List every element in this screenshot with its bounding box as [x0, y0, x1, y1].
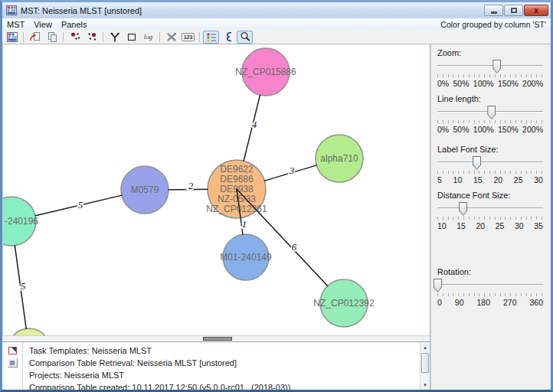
close-button[interactable]: x — [524, 5, 548, 16]
slider-tick-labels: 51015202530 — [437, 175, 543, 185]
log-panel: Task Templates: Neisseria MLST▦Compariso… — [2, 341, 430, 390]
menubar: MST View Panels Color grouped by column … — [2, 18, 551, 30]
deselect-node-icon[interactable] — [83, 31, 100, 44]
maximize-button[interactable] — [504, 5, 523, 16]
node-label: NZ_CP012392 — [313, 298, 375, 309]
mst-window: MST: Neisseria MLST [unstored] x MST Vie… — [0, 0, 553, 392]
tick-label: 30 — [515, 221, 524, 230]
toolbar-separator — [159, 32, 160, 42]
tick-label: 100% — [473, 79, 494, 88]
menu-view[interactable]: View — [34, 20, 52, 29]
mst-graph[interactable]: NZ_CP015886alpha710DE9622DE9686DE9938NZ-… — [3, 44, 430, 335]
slider-group: Rotation:090180270360 — [437, 267, 543, 307]
tick-label: 200% — [522, 125, 543, 134]
toolbar: log 123 — [2, 30, 551, 44]
main-area: NZ_CP015886alpha710DE9622DE9686DE9938NZ-… — [2, 44, 551, 390]
selection-rectangle-icon[interactable] — [123, 31, 139, 44]
recalculate-icon[interactable] — [163, 31, 179, 44]
numbers-icon[interactable]: 123 — [180, 31, 196, 44]
slider-tick-labels: 090180270360 — [437, 298, 543, 307]
tick-label: 180 — [476, 298, 490, 307]
slider-thumb[interactable] — [459, 202, 467, 216]
slider-thumb[interactable] — [434, 279, 442, 292]
slider[interactable] — [437, 202, 543, 216]
tick-label: 0 — [437, 298, 442, 307]
export-icon[interactable] — [27, 31, 43, 44]
slider-thumb[interactable] — [492, 60, 501, 74]
tick-label: 150% — [498, 125, 519, 134]
slider-ticks — [437, 120, 543, 123]
toolbar-separator — [199, 32, 200, 42]
tick-label: 25 — [514, 175, 523, 185]
toolbar-separator — [103, 32, 103, 42]
edge-distance-label: 5 — [21, 280, 26, 292]
slider-label: Zoom: — [437, 48, 543, 57]
slider-thumb[interactable] — [487, 106, 496, 119]
zoom-panel-icon[interactable] — [237, 31, 253, 44]
tick-label: 15 — [456, 221, 466, 230]
node-label: M01-240149 — [220, 252, 272, 263]
menu-mst[interactable]: MST — [7, 20, 25, 29]
log-row: Projects: Neisseria MLST — [2, 369, 430, 381]
branch-icon[interactable] — [106, 31, 123, 44]
entries-panel-icon[interactable] — [220, 31, 236, 44]
tick-label: 0% — [437, 79, 449, 88]
scrollbar-thumb[interactable] — [203, 337, 232, 341]
slider[interactable] — [437, 279, 543, 292]
log-text: Comparison Table created: 10.11.2017 12:… — [29, 383, 290, 390]
edge-distance-label: 6 — [292, 241, 297, 253]
slider-track[interactable] — [437, 284, 543, 286]
slider-track[interactable] — [437, 162, 543, 163]
log-row: ▦Comparison Table Retrieval: Neisseria M… — [2, 357, 430, 369]
edge-distance-label: 2 — [188, 180, 194, 191]
node-label: DE9686 — [220, 174, 254, 185]
graph-node-yellow-node[interactable] — [8, 328, 51, 335]
node-label: alpha710 — [320, 153, 358, 164]
tick-label: 15 — [473, 175, 483, 185]
select-node-icon[interactable] — [67, 31, 83, 44]
log-vertical-scrollbar[interactable]: ▲ ▼ — [420, 342, 430, 390]
tick-label: 0% — [437, 125, 449, 134]
tick-label: 10 — [453, 175, 463, 185]
slider-thumb[interactable] — [473, 156, 481, 170]
titlebar[interactable]: MST: Neisseria MLST [unstored] x — [2, 2, 551, 18]
slider-track[interactable] — [437, 65, 543, 67]
slider[interactable] — [437, 156, 543, 170]
edge-distance-label: 3 — [289, 165, 295, 176]
slider[interactable] — [437, 106, 543, 119]
log-text: Task Templates: Neisseria MLST — [29, 346, 152, 355]
maximize-icon — [511, 8, 517, 13]
slider-track[interactable] — [437, 207, 543, 209]
minimize-icon — [491, 11, 497, 14]
tick-label: 90 — [455, 298, 464, 307]
slider-group: Distance Font Size:101520253035 — [437, 191, 543, 230]
log-scale-icon[interactable]: log — [140, 31, 156, 44]
log-text: Projects: Neisseria MLST — [29, 371, 124, 380]
edge-distance-label: 5 — [78, 199, 83, 211]
slider-label: Distance Font Size: — [437, 191, 543, 200]
legend-panel-icon[interactable] — [203, 31, 219, 44]
comparison-table-icon[interactable]: ▦ — [8, 358, 18, 368]
scroll-down-icon[interactable]: ▼ — [420, 380, 430, 390]
mst-graph-area[interactable]: NZ_CP015886alpha710DE9622DE9686DE9938NZ-… — [2, 44, 430, 335]
graph-horizontal-scrollbar[interactable] — [2, 335, 430, 341]
toolbar-separator — [23, 32, 24, 42]
log-icon-cell — [2, 347, 22, 354]
settings-panel: Zoom:0%50%100%150%200%Line length:0%50%1… — [431, 44, 551, 390]
tick-label: 10 — [437, 221, 447, 230]
minimize-button[interactable] — [484, 5, 503, 16]
slider-tick-labels: 101520253035 — [437, 221, 543, 230]
tick-label: 50% — [453, 79, 469, 88]
color-grouping-note: Color grouped by column 'ST' — [440, 20, 546, 29]
tick-label: 5 — [437, 175, 442, 185]
graph-column: NZ_CP015886alpha710DE9622DE9686DE9938NZ-… — [2, 44, 430, 390]
comparison-icon[interactable] — [4, 31, 20, 44]
open-window-icon[interactable] — [8, 347, 17, 354]
scrollbar-thumb[interactable] — [421, 353, 429, 373]
tick-label: 200% — [522, 79, 543, 88]
slider[interactable] — [437, 60, 543, 74]
scroll-up-icon[interactable]: ▲ — [420, 342, 430, 352]
menu-panels[interactable]: Panels — [61, 20, 87, 29]
tick-label: 30 — [534, 175, 543, 185]
copy-icon[interactable] — [44, 31, 60, 44]
